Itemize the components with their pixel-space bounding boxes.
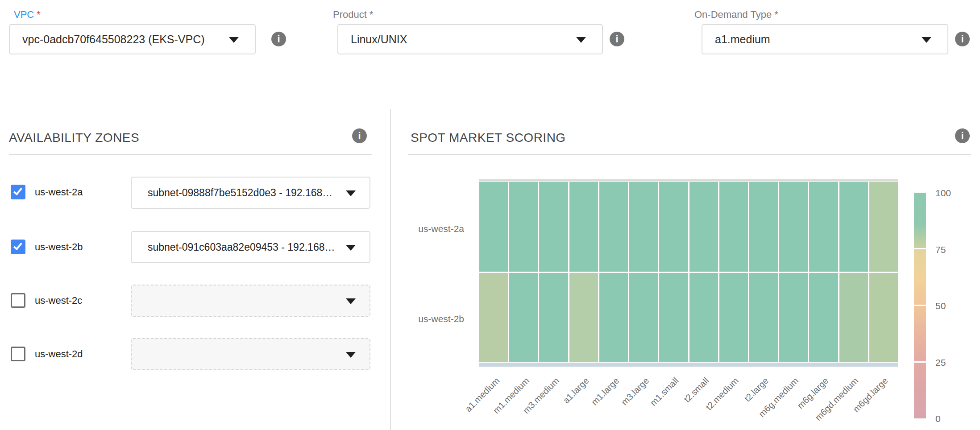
availability-zones-divider — [9, 154, 372, 155]
section-vertical-divider — [390, 109, 391, 430]
on-demand-type-required-mark: * — [774, 9, 778, 20]
heatmap-row-us-west-2a — [479, 182, 898, 272]
heatmap-cell-us-west-2b-t2.medium[interactable] — [719, 273, 748, 363]
vpc-select-value: vpc-0adcb70f645508223 (EKS-VPC) — [10, 33, 205, 46]
colorbar-break-75 — [914, 248, 926, 249]
subnet-select-value: subnet-091c603aa82e09453 - 192.168… — [132, 241, 335, 253]
heatmap-cell-us-west-2a-m1.small[interactable] — [659, 182, 688, 272]
heatmap-cell-us-west-2b-t2.large[interactable] — [749, 273, 778, 363]
vpc-label-text: VPC — [14, 9, 34, 20]
az-zone-label: us-west-2c — [35, 293, 82, 308]
on-demand-type-select-value: a1.medium — [702, 33, 770, 46]
subnet-select-us-west-2c[interactable] — [131, 285, 370, 317]
heatmap-cell-us-west-2b-m3.large[interactable] — [629, 273, 658, 363]
heatmap-x-label-m1.small: m1.small — [648, 376, 681, 408]
heatmap-cell-us-west-2a-m1.medium[interactable] — [509, 182, 538, 272]
heatmap-x-label-m1.large: m1.large — [589, 376, 621, 407]
heatmap-x-label-a1.large: a1.large — [561, 376, 591, 405]
subnet-select-us-west-2d[interactable] — [131, 338, 370, 370]
product-label-text: Product — [333, 9, 367, 20]
colorbar-tick-25: 25 — [935, 357, 946, 368]
vpc-select[interactable]: vpc-0adcb70f645508223 (EKS-VPC) — [9, 24, 256, 54]
colorbar-break-25 — [914, 361, 926, 363]
az-checkbox-us-west-2a[interactable] — [11, 185, 25, 199]
colorbar-break-50 — [914, 305, 926, 306]
product-label: Product* — [333, 9, 373, 21]
heatmap-cell-us-west-2b-m6gd.large[interactable] — [869, 273, 898, 363]
subnet-select-us-west-2b[interactable]: subnet-091c603aa82e09453 - 192.168… — [131, 231, 370, 263]
heatmap-x-label-t2.large: t2.large — [742, 376, 770, 404]
heatmap-x-label-m3.large: m3.large — [619, 376, 651, 407]
on-demand-type-select[interactable]: a1.medium — [702, 24, 948, 54]
vpc-label: VPC* — [14, 9, 41, 21]
heatmap-x-axis-line — [479, 363, 898, 367]
vpc-info-icon[interactable]: i — [271, 32, 286, 46]
product-info-icon[interactable]: i — [610, 32, 624, 46]
spot-market-scoring-info-icon[interactable]: i — [955, 128, 970, 143]
heatmap-cell-us-west-2a-t2.large[interactable] — [749, 182, 778, 272]
chevron-down-icon — [346, 352, 356, 358]
subnet-select-us-west-2a[interactable]: subnet-09888f7be5152d0e3 - 192.168… — [131, 177, 370, 209]
az-zone-label: us-west-2a — [35, 185, 83, 199]
heatmap-plot-top-border — [479, 179, 898, 182]
vpc-required-mark: * — [37, 9, 41, 20]
heatmap — [479, 182, 898, 362]
az-zone-label: us-west-2d — [35, 347, 83, 361]
heatmap-y-label-us-west-2b: us-west-2b — [393, 313, 464, 325]
heatmap-cell-us-west-2b-a1.medium[interactable] — [479, 273, 508, 363]
heatmap-cell-us-west-2a-t2.small[interactable] — [689, 182, 718, 272]
heatmap-cell-us-west-2b-m6g.large[interactable] — [809, 273, 838, 363]
availability-zones-info-icon[interactable]: i — [352, 128, 367, 143]
az-zone-label: us-west-2b — [35, 240, 83, 254]
colorbar-tick-100: 100 — [935, 187, 951, 199]
heatmap-cell-us-west-2b-a1.large[interactable] — [569, 273, 598, 363]
heatmap-row-us-west-2b — [479, 273, 898, 363]
colorbar-tick-75: 75 — [935, 244, 946, 256]
chevron-down-icon — [922, 37, 931, 43]
spot-market-scoring-title: SPOT MARKET SCORING — [411, 131, 566, 145]
az-checkbox-us-west-2c[interactable] — [11, 293, 25, 308]
az-checkbox-us-west-2b[interactable] — [11, 240, 25, 254]
heatmap-cell-us-west-2a-m3.medium[interactable] — [539, 182, 568, 272]
heatmap-cell-us-west-2a-m6gd.medium[interactable] — [839, 182, 868, 272]
heatmap-cell-us-west-2b-m1.medium[interactable] — [509, 273, 538, 363]
product-select-value: Linux/UNIX — [338, 33, 407, 46]
chevron-down-icon — [346, 190, 356, 196]
heatmap-cell-us-west-2a-a1.large[interactable] — [569, 182, 598, 272]
heatmap-cell-us-west-2a-m6gd.large[interactable] — [869, 182, 898, 272]
on-demand-type-info-icon[interactable]: i — [955, 32, 970, 46]
heatmap-x-label-t2.small: t2.small — [682, 376, 711, 405]
az-checkbox-us-west-2d[interactable] — [11, 347, 25, 361]
checkmark-icon — [13, 241, 22, 250]
availability-zones-title: AVAILABILITY ZONES — [9, 131, 139, 145]
heatmap-y-label-us-west-2a: us-west-2a — [393, 223, 464, 235]
colorbar-tick-50: 50 — [935, 300, 946, 312]
spot-market-scoring-divider — [408, 154, 971, 155]
heatmap-cell-us-west-2b-m3.medium[interactable] — [539, 273, 568, 363]
heatmap-cell-us-west-2b-m1.small[interactable] — [659, 273, 688, 363]
colorbar-tick-0: 0 — [935, 413, 941, 425]
on-demand-type-label: On-Demand Type* — [694, 9, 778, 21]
chevron-down-icon — [346, 245, 356, 251]
chevron-down-icon — [346, 298, 356, 304]
subnet-select-value: subnet-09888f7be5152d0e3 - 192.168… — [132, 187, 332, 199]
chevron-down-icon — [229, 37, 239, 43]
product-select[interactable]: Linux/UNIX — [337, 24, 603, 54]
heatmap-cell-us-west-2b-m1.large[interactable] — [599, 273, 628, 363]
heatmap-cell-us-west-2a-t2.medium[interactable] — [719, 182, 748, 272]
heatmap-cell-us-west-2b-t2.small[interactable] — [689, 273, 718, 363]
heatmap-cell-us-west-2a-m1.large[interactable] — [599, 182, 628, 272]
chevron-down-icon — [576, 37, 586, 43]
heatmap-cell-us-west-2b-m6gd.medium[interactable] — [839, 273, 868, 363]
heatmap-cell-us-west-2a-m6g.large[interactable] — [809, 182, 838, 272]
heatmap-cell-us-west-2a-m6g.medium[interactable] — [779, 182, 808, 272]
product-required-mark: * — [370, 9, 374, 20]
on-demand-type-label-text: On-Demand Type — [694, 9, 772, 20]
checkmark-icon — [13, 186, 22, 195]
heatmap-cell-us-west-2a-m3.large[interactable] — [629, 182, 658, 272]
colorbar — [914, 193, 926, 418]
app-root: VPC* vpc-0adcb70f645508223 (EKS-VPC) i P… — [0, 0, 980, 430]
heatmap-cell-us-west-2b-m6g.medium[interactable] — [779, 273, 808, 363]
heatmap-cell-us-west-2a-a1.medium[interactable] — [479, 182, 508, 272]
